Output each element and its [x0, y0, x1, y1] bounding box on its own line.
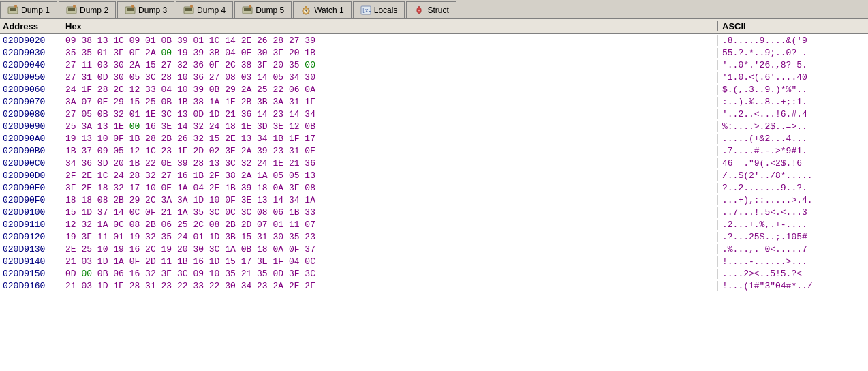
cell-hex: 19 13 10 0F 1B 28 2B 26 32 15 2E 13 34 1…	[61, 134, 718, 144]
cell-ascii: ....2><..5!5.?<	[718, 269, 868, 279]
table-row: 020D906024 1F 28 2C 12 33 04 10 39 0B 29…	[0, 83, 868, 95]
cell-address: 020D9120	[0, 232, 61, 242]
svg-rect-12	[127, 10, 134, 11]
cell-hex: 2E 25 10 19 16 2C 19 20 30 3C 1A 0B 18 0…	[61, 244, 718, 254]
cell-hex: 21 03 1D 1F 28 31 23 22 33 22 30 34 23 2…	[61, 281, 718, 291]
svg-rect-6	[68, 8, 75, 10]
svg-point-19	[190, 5, 193, 8]
cell-hex: 2F 2E 1C 24 28 32 27 16 1B 2F 38 2A 1A 0…	[61, 170, 718, 181]
table-row: 020D911012 32 1A 0C 08 2B 06 25 2C 08 2B…	[0, 218, 868, 231]
svg-point-24	[249, 5, 251, 8]
cell-ascii: .2...+.%,.+-....	[718, 220, 868, 230]
cell-ascii: 46= ."9(.<2$.!6	[718, 158, 868, 168]
cell-ascii: .8.....9....&('9	[718, 35, 868, 46]
cell-hex: 27 05 0B 32 01 1E 3C 13 0D 1D 21 36 14 2…	[61, 109, 718, 119]
cell-ascii: /..$(2'../8*.....	[718, 170, 868, 181]
hex-header: Hex	[61, 21, 718, 31]
tab-watch1[interactable]: Watch 1	[293, 1, 352, 18]
tab-dump1[interactable]: Dump 1	[0, 1, 57, 18]
cell-ascii: .....(+&2...4...	[718, 134, 868, 144]
svg-rect-3	[10, 12, 14, 12]
watch1-icon	[300, 5, 311, 16]
cell-hex: 1B 37 09 05 12 1C 23 1F 2D 02 3E 2A 39 2…	[61, 146, 718, 156]
table-row: 020D912019 3F 11 01 19 32 35 24 01 1D 3B…	[0, 231, 868, 243]
table-row: 020D90A019 13 10 0F 1B 28 2B 26 32 15 2E…	[0, 132, 868, 145]
svg-rect-18	[185, 12, 190, 12]
cell-address: 020D9020	[0, 35, 61, 46]
cell-address: 020D9090	[0, 121, 61, 132]
tab-dump2[interactable]: Dump 2	[59, 1, 116, 18]
tab-bar: Dump 1 Dump 2 Dump 3	[0, 0, 868, 19]
cell-ascii: .%...,. 0<.....7	[718, 244, 868, 254]
cell-ascii: .?...25$..;.105#	[718, 232, 868, 242]
svg-text:[x=]: [x=]	[362, 8, 371, 14]
cell-hex: 0D 00 0B 06 16 32 3E 3C 09 10 35 21 35 0…	[61, 269, 718, 279]
table-row: 020D909025 3A 13 1E 00 16 3E 14 32 24 18…	[0, 120, 868, 132]
cell-address: 020D9100	[0, 207, 61, 218]
svg-rect-2	[10, 10, 16, 11]
svg-rect-21	[244, 8, 251, 10]
cell-address: 020D9060	[0, 85, 61, 95]
dump4-icon	[183, 5, 194, 16]
cell-address: 020D9040	[0, 60, 61, 70]
dump1-icon	[7, 5, 18, 16]
cell-hex: 35 35 01 3F 0F 2A 00 19 39 3B 04 0E 30 3…	[61, 48, 718, 58]
tab-dump1-label: Dump 1	[21, 5, 50, 15]
tab-struct-label: Struct	[427, 5, 448, 15]
cell-ascii: '1.0.<(.6'....40	[718, 72, 868, 83]
dump2-icon	[66, 5, 77, 16]
dump3-icon	[125, 5, 136, 16]
cell-hex: 19 3F 11 01 19 32 35 24 01 1D 3B 15 31 3…	[61, 232, 718, 242]
svg-rect-22	[244, 10, 251, 11]
table-row: 020D908027 05 0B 32 01 1E 3C 13 0D 1D 21…	[0, 108, 868, 120]
tab-dump4[interactable]: Dump 4	[176, 1, 233, 18]
cell-address: 020D90D0	[0, 170, 61, 181]
tab-dump5[interactable]: Dump 5	[234, 1, 292, 18]
cell-address: 020D9130	[0, 244, 61, 254]
cell-ascii: ..7...!.5<.<...3	[718, 207, 868, 218]
svg-rect-1	[10, 8, 16, 10]
svg-rect-17	[185, 10, 192, 11]
table-row: 020D902009 38 13 1C 09 01 0B 39 01 1C 14…	[0, 34, 868, 46]
tab-dump4-label: Dump 4	[197, 5, 226, 15]
table-row: 020D903035 35 01 3F 0F 2A 00 19 39 3B 04…	[0, 46, 868, 59]
svg-point-9	[73, 5, 76, 8]
svg-rect-8	[68, 12, 73, 12]
column-headers: Address Hex ASCII	[0, 19, 868, 34]
tab-dump3[interactable]: Dump 3	[117, 1, 174, 18]
tab-watch1-label: Watch 1	[314, 5, 344, 15]
cell-address: 020D9140	[0, 256, 61, 267]
cell-ascii: :..).%..8..+;:1.	[718, 97, 868, 107]
cell-address: 020D90B0	[0, 146, 61, 156]
tab-struct[interactable]: Struct	[406, 1, 456, 18]
hex-dump-area[interactable]: 020D902009 38 13 1C 09 01 0B 39 01 1C 14…	[0, 34, 868, 371]
cell-ascii: !....-......>...	[718, 256, 868, 267]
svg-rect-16	[185, 8, 192, 10]
tab-locals[interactable]: [x=] Locals	[353, 1, 405, 18]
cell-address: 020D9150	[0, 269, 61, 279]
svg-rect-23	[244, 12, 249, 12]
cell-address: 020D9030	[0, 48, 61, 58]
table-row: 020D90B01B 37 09 05 12 1C 23 1F 2D 02 3E…	[0, 145, 868, 157]
cell-ascii: %:....>.2$..=>..	[718, 121, 868, 132]
cell-address: 020D9080	[0, 109, 61, 119]
main-content: Address Hex ASCII 020D902009 38 13 1C 09…	[0, 19, 868, 371]
cell-ascii: '..0*.'26.,8? 5.	[718, 60, 868, 70]
cell-hex: 15 1D 37 14 0C 0F 21 1A 35 3C 0C 3C 08 0…	[61, 207, 718, 218]
cell-address: 020D9070	[0, 97, 61, 107]
svg-point-4	[14, 5, 17, 8]
table-row: 020D91500D 00 0B 06 16 32 3E 3C 09 10 35…	[0, 267, 868, 280]
cell-ascii: $.(,.3..9.)*%"..	[718, 85, 868, 95]
cell-address: 020D9050	[0, 72, 61, 83]
cell-hex: 24 1F 28 2C 12 33 04 10 39 0B 29 2A 25 2…	[61, 85, 718, 95]
cell-hex: 27 11 03 30 2A 15 27 32 36 0F 2C 38 3F 2…	[61, 60, 718, 70]
cell-hex: 34 36 3D 20 1B 22 0E 39 28 13 3C 32 24 1…	[61, 158, 718, 168]
table-row: 020D914021 03 1D 1A 0F 2D 11 1B 16 1D 15…	[0, 255, 868, 267]
cell-hex: 3F 2E 18 32 17 10 0E 1A 04 2E 1B 39 18 0…	[61, 183, 718, 193]
cell-hex: 18 18 08 2B 29 2C 3A 3A 1D 10 0F 3E 13 1…	[61, 195, 718, 205]
cell-ascii: !...(1#"3"04#*../	[718, 281, 868, 291]
cell-ascii: ?..2.......9..?.	[718, 183, 868, 193]
svg-rect-26	[305, 6, 307, 8]
tab-locals-label: Locals	[374, 5, 398, 15]
cell-address: 020D90A0	[0, 134, 61, 144]
